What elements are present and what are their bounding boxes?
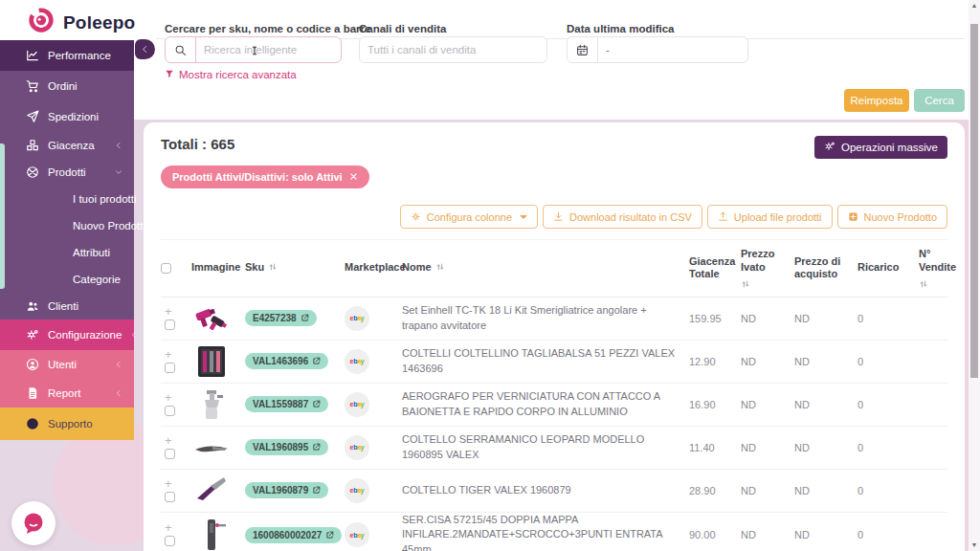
sidebar-item-ordini[interactable]: Ordini: [0, 71, 134, 101]
row-checkbox[interactable]: [165, 536, 175, 546]
scroll-down-arrow-icon[interactable]: ▼: [970, 541, 978, 549]
products-table: ImmagineSkuMarketplaceNomeGiacenza Total…: [161, 239, 947, 551]
giacenza-totale-value: 16.90: [689, 399, 741, 410]
upload-file-prodotti-button[interactable]: Upload file prodotti: [707, 205, 833, 229]
date-filter-label: Data ultima modifica: [567, 23, 674, 34]
row-checkbox[interactable]: [165, 492, 175, 502]
last-modified-date-input[interactable]: [598, 37, 748, 62]
sidebar-item-supporto[interactable]: ?Supporto: [0, 408, 134, 440]
sku-badge-link[interactable]: VAL1559887: [245, 396, 328, 412]
row-expander-plus[interactable]: +: [165, 523, 172, 533]
sidebar-item-prodotti[interactable]: Prodotti: [0, 159, 134, 186]
package-icon: [25, 165, 39, 180]
prezzo-acquisto-value: ND: [794, 356, 858, 367]
sidebar-item-label: Prodotti: [48, 166, 106, 178]
active-filter-chip[interactable]: Prodotti Attivi/Disattivi: solo Attivi: [161, 165, 369, 188]
sidebar-item-utenti[interactable]: Utenti: [0, 350, 134, 379]
paper-plane-icon: [25, 110, 39, 124]
row-checkbox[interactable]: [165, 363, 175, 373]
close-icon[interactable]: [349, 171, 358, 183]
question-circle-icon: ?: [25, 417, 39, 431]
calendar-icon: [568, 37, 598, 62]
sidebar-item-clienti[interactable]: Clienti: [0, 293, 134, 320]
column-header-nome[interactable]: Nome: [402, 261, 689, 275]
sku-badge-link[interactable]: E4257238: [245, 310, 317, 326]
sidebar-nav: PerformanceOrdiniSpedizioniGiacenzaProdo…: [0, 40, 134, 440]
ricarico-value: 0: [858, 529, 919, 540]
row-checkbox[interactable]: [165, 320, 175, 330]
sidebar-item-giacenza[interactable]: Giacenza: [0, 132, 134, 159]
sku-badge-link[interactable]: 1600860002027: [245, 527, 342, 543]
prezzo-ivato-value: ND: [741, 442, 794, 453]
reset-button[interactable]: Reimposta: [844, 89, 909, 112]
product-name: COLTELLO SERRAMANICO LEOPARD MODELLO 196…: [402, 432, 689, 463]
sidebar-item-performance[interactable]: Performance: [0, 40, 134, 71]
sku-badge-link[interactable]: VAL1960895: [245, 439, 328, 455]
text-cursor-pointer: [250, 44, 259, 61]
sidebar-item-attributi[interactable]: Attributi: [0, 239, 134, 266]
chevron-down-icon: [115, 168, 122, 176]
sort-icon[interactable]: [268, 262, 278, 272]
row-expander-plus[interactable]: +: [165, 393, 172, 403]
sidebar-item-nuovo-prodotto[interactable]: Nuovo Prodotto: [0, 212, 134, 239]
product-image-door-lock: [191, 518, 232, 551]
sidebar-collapse-button[interactable]: [135, 39, 155, 59]
configura-colonne-button[interactable]: Configura colonne: [400, 205, 538, 229]
nuovo-prodotto-button[interactable]: Nuovo Prodotto: [837, 205, 947, 229]
sidebar-item-label: Performance: [48, 50, 134, 61]
sort-icon[interactable]: [435, 262, 445, 272]
sidebar-item-label: I tuoi prodotti: [73, 193, 136, 205]
marketplace-ebay-badge: ebay: [345, 435, 369, 460]
prezzo-ivato-value: ND: [741, 529, 794, 540]
channels-filter-label: Canali di vendita: [359, 23, 446, 34]
sidebar-item-report[interactable]: Report: [0, 379, 134, 408]
sort-icon[interactable]: [741, 279, 750, 289]
cart-icon: [25, 79, 39, 94]
scrollbar-thumb[interactable]: [970, 24, 978, 378]
advanced-search-link[interactable]: Mostra ricerca avanzata: [165, 69, 297, 80]
giacenza-totale-value: 159.95: [689, 313, 741, 324]
chevron-left-icon: [115, 389, 122, 397]
poleepo-app: Poleepo PerformanceOrdiniSpedizioniGiace…: [0, 0, 980, 551]
download-risultato-in-csv-button[interactable]: Download risultato in CSV: [543, 205, 702, 229]
row-checkbox[interactable]: [165, 406, 175, 416]
external-link-icon: [312, 400, 321, 408]
chevron-left-icon: [115, 361, 122, 368]
sales-channels-input[interactable]: [360, 37, 546, 62]
column-header-marketplace: Marketplace: [345, 261, 402, 275]
upload-icon: [718, 211, 728, 222]
column-header-n-vendite[interactable]: N° Vendite: [919, 248, 947, 289]
sidebar-item-i-tuoi-prodotti[interactable]: I tuoi prodotti: [0, 186, 134, 212]
search-button[interactable]: Cerca: [914, 89, 965, 112]
row-checkbox[interactable]: [165, 449, 175, 459]
row-expander-plus[interactable]: +: [165, 350, 172, 360]
sidebar-item-configurazione[interactable]: Configurazione: [0, 320, 134, 350]
sku-badge-link[interactable]: VAL1960879: [245, 482, 328, 498]
user-circle-icon: [25, 358, 39, 372]
sort-icon[interactable]: [919, 279, 928, 289]
column-header-sku[interactable]: Sku: [245, 261, 345, 275]
prezzo-ivato-value: ND: [741, 356, 794, 367]
marketplace-ebay-badge: ebay: [345, 522, 369, 547]
sidebar-item-categorie[interactable]: Categorie: [0, 266, 134, 293]
row-expander-plus[interactable]: +: [165, 307, 172, 317]
sidebar-item-label: Giacenza: [48, 140, 106, 151]
scroll-up-arrow-icon[interactable]: ▲: [970, 2, 978, 10]
svg-text:?: ?: [30, 420, 34, 429]
smart-search-input[interactable]: [196, 37, 342, 62]
sidebar-item-label: Ordini: [48, 80, 134, 92]
sku-badge-link[interactable]: VAL1463696: [245, 353, 328, 369]
app-logo[interactable]: Poleepo: [27, 7, 135, 39]
row-expander-plus[interactable]: +: [165, 479, 172, 489]
chat-launcher-button[interactable]: [11, 501, 56, 545]
prezzo-acquisto-value: ND: [794, 442, 858, 453]
select-all-checkbox[interactable]: [161, 263, 171, 274]
column-header-prezzo-ivato[interactable]: Prezzo Ivato: [741, 248, 794, 289]
filter-icon: [165, 69, 174, 80]
ricarico-value: 0: [858, 399, 919, 410]
row-expander-plus[interactable]: +: [165, 436, 172, 446]
page-scrollbar[interactable]: ▲ ▼: [969, 0, 980, 551]
product-name: Set Einhell TC-TK 18 Li Kit Smerigliatri…: [402, 303, 689, 334]
bulk-operations-button[interactable]: Operazioni massive: [814, 136, 947, 159]
sidebar-item-spedizioni[interactable]: Spedizioni: [0, 101, 134, 132]
